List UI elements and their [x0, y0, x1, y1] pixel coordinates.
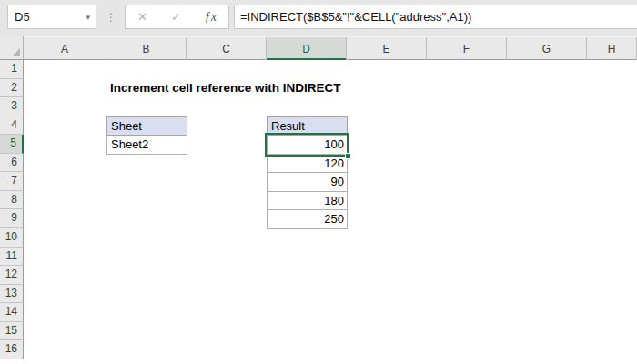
column-headers: ABCDEFGH	[24, 36, 637, 60]
row-header-16[interactable]: 16	[0, 340, 24, 359]
row-header-15[interactable]: 15	[0, 322, 24, 341]
column-header-D[interactable]: D	[267, 37, 347, 60]
row-header-4[interactable]: 4	[0, 116, 24, 136]
formula-input[interactable]: =INDIRECT($B$5&"!"&CELL("address",A1))	[234, 5, 637, 29]
column-header-C[interactable]: C	[187, 37, 267, 60]
cancel-icon[interactable]: ✕	[137, 10, 147, 24]
row-header-3[interactable]: 3	[0, 97, 24, 116]
row-header-12[interactable]: 12	[0, 266, 24, 285]
formula-buttons-group: ✕ ✓ ƒx	[125, 5, 229, 29]
active-cell-selection	[265, 133, 349, 157]
row-header-8[interactable]: 8	[0, 191, 24, 210]
cell-B4-sheet-header[interactable]: Sheet	[106, 116, 187, 136]
corner-triangle-icon	[12, 48, 20, 56]
cell-B5-sheet-value[interactable]: Sheet2	[106, 135, 187, 155]
row-header-1[interactable]: 1	[0, 60, 24, 79]
column-header-E[interactable]: E	[347, 37, 427, 60]
cell-D7-result-value[interactable]: 90	[267, 172, 348, 192]
name-box-dropdown-icon[interactable]: ▾	[86, 13, 96, 22]
worksheet-title: Increment cell reference with INDIRECT	[110, 78, 341, 97]
select-all-corner[interactable]	[0, 36, 24, 60]
row-header-6[interactable]: 6	[0, 154, 24, 173]
name-box-value: D5	[8, 10, 86, 24]
row-header-11[interactable]: 11	[0, 248, 24, 267]
row-header-10[interactable]: 10	[0, 228, 24, 248]
cell-D9-result-value[interactable]: 250	[267, 209, 348, 229]
row-header-2[interactable]: 2	[0, 79, 24, 98]
column-header-F[interactable]: F	[427, 37, 507, 60]
column-header-H[interactable]: H	[587, 37, 637, 60]
formula-bar-row: D5 ▾ ⋮ ✕ ✓ ƒx =INDIRECT($B$5&"!"&CELL("a…	[0, 0, 637, 36]
row-header-14[interactable]: 14	[0, 303, 24, 322]
row-headers: 12345678910111213141516	[0, 60, 24, 359]
row-header-7[interactable]: 7	[0, 172, 24, 191]
name-box[interactable]: D5 ▾	[7, 5, 96, 29]
separator-dots-icon: ⋮	[106, 5, 116, 29]
cell-D6-result-value[interactable]: 120	[267, 154, 348, 174]
row-header-13[interactable]: 13	[0, 285, 24, 304]
column-header-B[interactable]: B	[106, 37, 187, 60]
row-header-9[interactable]: 9	[0, 209, 24, 228]
column-header-G[interactable]: G	[507, 37, 587, 60]
column-header-A[interactable]: A	[24, 37, 106, 60]
fill-handle[interactable]	[345, 153, 351, 159]
row-header-5[interactable]: 5	[0, 135, 24, 154]
enter-icon[interactable]: ✓	[171, 10, 181, 24]
insert-function-icon[interactable]: ƒx	[205, 10, 217, 25]
cell-D8-result-value[interactable]: 180	[267, 191, 348, 211]
